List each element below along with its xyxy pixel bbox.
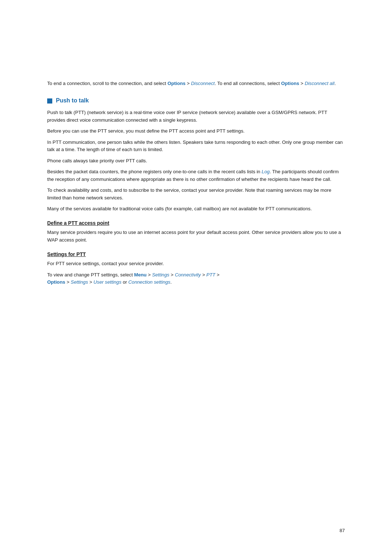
sep6: > (88, 279, 94, 285)
settings-or: or (122, 279, 128, 285)
define-ptt-para1: Many service providers require you to us… (47, 229, 345, 244)
push-to-talk-title-text: Push to talk (56, 97, 89, 104)
ptt-para5-start: Besides the packet data counters, the ph… (47, 169, 262, 174)
options-link-2[interactable]: Options (281, 81, 299, 86)
settings2-link[interactable]: Settings (71, 279, 88, 285)
disconnect-all-link[interactable]: Disconnect all (305, 81, 334, 86)
sep1: > (147, 272, 152, 278)
settings-ptt-para2-start: To view and change PTT settings, select (47, 272, 134, 278)
log-link[interactable]: Log (262, 169, 270, 174)
settings-ptt-subsection-title: Settings for PTT (47, 252, 345, 257)
intro-separator1: > (185, 81, 191, 86)
intro-text-before-options1: To end a connection, scroll to the conne… (47, 81, 167, 86)
ptt-para2: Before you can use the PTT service, you … (47, 127, 345, 135)
ptt-para3: In PTT communication, one person talks w… (47, 139, 345, 154)
disconnect-link[interactable]: Disconnect (191, 81, 215, 86)
sep3: > (201, 272, 206, 278)
ptt-para5: Besides the packet data counters, the ph… (47, 168, 345, 183)
menu-link[interactable]: Menu (134, 272, 146, 278)
connectivity-link[interactable]: Connectivity (175, 272, 201, 278)
ptt-para7: Many of the services available for tradi… (47, 205, 345, 212)
define-ptt-subsection-title: Define a PTT access point (47, 220, 345, 226)
settings-ptt-para1: For PTT service settings, contact your s… (47, 260, 345, 267)
user-settings-link[interactable]: User settings (94, 279, 122, 285)
sep2: > (170, 272, 175, 278)
push-to-talk-section-title: Push to talk (47, 97, 345, 104)
intro-text3: . (334, 81, 336, 86)
sep4: > (215, 272, 219, 278)
connection-settings-link[interactable]: Connection settings (128, 279, 171, 285)
settings-ptt-para2: To view and change PTT settings, select … (47, 271, 345, 286)
section-title-square-icon (47, 98, 52, 104)
intro-separator2: > (299, 81, 305, 86)
settings-period: . (170, 279, 172, 285)
ptt-para1: Push to talk (PTT) (network service) is … (47, 109, 345, 124)
page-container: To end a connection, scroll to the conne… (0, 0, 392, 555)
ptt-para4: Phone calls always take priority over PT… (47, 157, 345, 165)
settings1-link[interactable]: Settings (152, 272, 170, 278)
ptt-para6: To check availability and costs, and to … (47, 187, 345, 202)
intro-text2: . To end all connections, select (215, 81, 281, 86)
intro-paragraph: To end a connection, scroll to the conne… (47, 80, 345, 87)
sep5: > (65, 279, 71, 285)
ptt-link[interactable]: PTT (207, 272, 216, 278)
page-number: 87 (340, 528, 345, 533)
options-link-1[interactable]: Options (167, 81, 185, 86)
options-link-3[interactable]: Options (47, 279, 65, 285)
